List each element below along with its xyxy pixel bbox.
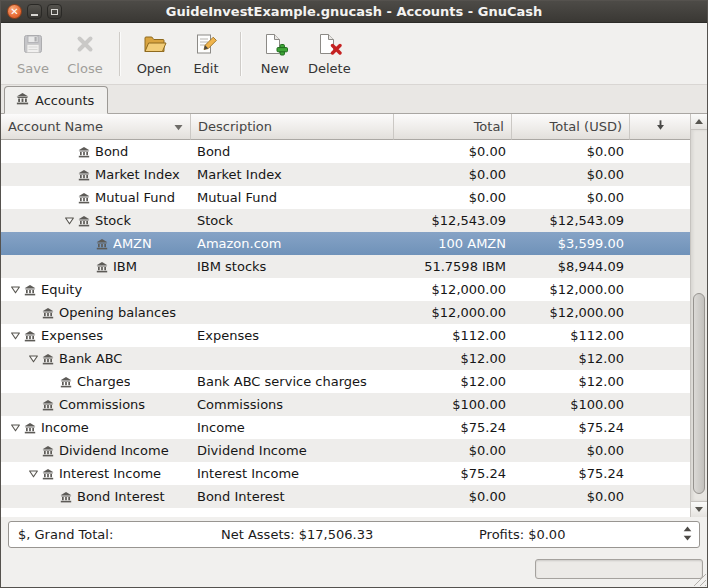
window-maximize-button[interactable] <box>47 4 62 19</box>
sort-indicator-icon <box>174 119 183 134</box>
column-header-account-name[interactable]: Account Name <box>1 114 191 140</box>
total-cell: $0.00 <box>394 144 512 159</box>
total-usd-cell: $12.00 <box>512 351 630 366</box>
account-row-bond[interactable]: Bond Bond $0.00 $0.00 <box>1 140 690 163</box>
account-name-cell: Mutual Fund <box>1 190 191 205</box>
account-row-charges[interactable]: Charges Bank ABC service charges $12.00 … <box>1 370 690 393</box>
tree-indent <box>1 381 43 382</box>
account-row-bank-abc[interactable]: Bank ABC $12.00 $12.00 <box>1 347 690 370</box>
save-button[interactable]: Save <box>7 27 59 80</box>
scrollbar-thumb[interactable] <box>693 293 705 493</box>
window-close-button[interactable]: ✕ <box>7 4 22 19</box>
total-cell: $0.00 <box>394 167 512 182</box>
new-button[interactable]: New <box>249 27 301 80</box>
account-name-cell: Charges <box>1 374 191 389</box>
account-row-commissions[interactable]: Commissions Commissions $100.00 $100.00 <box>1 393 690 416</box>
description-cell: Stock <box>191 213 394 228</box>
description-cell: Bond Interest <box>191 489 394 504</box>
total-cell: $0.00 <box>394 489 512 504</box>
total-usd-cell: $12,000.00 <box>512 305 630 320</box>
total-cell: $75.24 <box>394 466 512 481</box>
account-name-text: Stock <box>95 213 131 228</box>
column-header-total-usd[interactable]: Total (USD) <box>512 114 630 140</box>
tree-indent <box>1 496 43 497</box>
bank-icon <box>96 261 108 273</box>
delete-button-label: Delete <box>308 61 351 76</box>
account-name-cell: IBM <box>1 259 191 274</box>
total-cell: 100 AMZN <box>394 236 512 251</box>
scroll-down-button[interactable] <box>691 501 707 517</box>
save-icon <box>21 32 45 59</box>
expander-icon[interactable] <box>7 422 24 433</box>
progress-bar <box>535 559 703 579</box>
account-row-interest-income[interactable]: Interest Income Interest Income $75.24 $… <box>1 462 690 485</box>
total-cell: $0.00 <box>394 443 512 458</box>
account-row-market-index[interactable]: Market Index Market Index $0.00 $0.00 <box>1 163 690 186</box>
description-cell: Dividend Income <box>191 443 394 458</box>
column-chooser-button[interactable] <box>630 114 690 140</box>
total-usd-cell: $12,000.00 <box>512 282 630 297</box>
account-name-text: Commissions <box>59 397 145 412</box>
account-row-amzn[interactable]: AMZN Amazon.com 100 AMZN $3,599.00 <box>1 232 690 255</box>
tree-indent <box>1 174 61 175</box>
account-row-equity[interactable]: Equity $12,000.00 $12,000.00 <box>1 278 690 301</box>
bank-icon <box>24 422 36 434</box>
window-minimize-button[interactable] <box>27 4 42 19</box>
titlebar[interactable]: ✕ GuideInvestExample.gnucash - Accounts … <box>1 1 707 23</box>
tab-accounts[interactable]: Accounts <box>4 86 108 114</box>
account-row-ibm[interactable]: IBM IBM stocks 51.7598 IBM $8,944.09 <box>1 255 690 278</box>
close-tab-button[interactable]: Close <box>59 27 111 80</box>
toolbar-separator <box>119 32 120 76</box>
total-usd-cell: $112.00 <box>512 328 630 343</box>
description-cell: IBM stocks <box>191 259 394 274</box>
vertical-scrollbar[interactable] <box>690 114 707 517</box>
account-row-dividend-income[interactable]: Dividend Income Dividend Income $0.00 $0… <box>1 439 690 462</box>
expander-icon[interactable] <box>25 468 42 479</box>
account-name-text: Mutual Fund <box>95 190 175 205</box>
tree-indent <box>1 197 61 198</box>
total-cell: $12,000.00 <box>394 282 512 297</box>
account-name-text: Market Index <box>95 167 180 182</box>
open-button[interactable]: Open <box>128 27 180 80</box>
total-cell: $100.00 <box>394 397 512 412</box>
total-usd-cell: $0.00 <box>512 167 630 182</box>
scrollbar-track[interactable] <box>691 130 707 501</box>
account-name-cell: AMZN <box>1 236 191 251</box>
total-usd-cell: $12.00 <box>512 374 630 389</box>
gnucash-window: ✕ GuideInvestExample.gnucash - Accounts … <box>0 0 708 588</box>
expander-icon[interactable] <box>7 330 24 341</box>
column-header-description[interactable]: Description <box>191 114 394 140</box>
account-row-mutual-fund[interactable]: Mutual Fund Mutual Fund $0.00 $0.00 <box>1 186 690 209</box>
status-bar <box>1 548 707 587</box>
account-name-cell: Interest Income <box>1 466 191 481</box>
expander-icon[interactable] <box>7 284 24 295</box>
tree-indent <box>1 473 25 474</box>
account-row-bond-interest[interactable]: Bond Interest Bond Interest $0.00 $0.00 <box>1 485 690 508</box>
account-row-stock[interactable]: Stock Stock $12,543.09 $12,543.09 <box>1 209 690 232</box>
account-name-cell: Market Index <box>1 167 191 182</box>
summary-dropdown-button[interactable] <box>678 524 697 545</box>
tree-indent <box>1 220 61 221</box>
tree-indent <box>1 358 25 359</box>
delete-button[interactable]: Delete <box>301 27 358 80</box>
bank-icon <box>78 146 90 158</box>
account-row-opening-balances[interactable]: Opening balances $12,000.00 $12,000.00 <box>1 301 690 324</box>
edit-button[interactable]: Edit <box>180 27 232 80</box>
tree-indent <box>1 312 25 313</box>
maximize-icon <box>51 9 58 15</box>
bank-icon <box>78 192 90 204</box>
scroll-up-button[interactable] <box>691 114 707 130</box>
tree-indent <box>1 450 25 451</box>
expander-icon[interactable] <box>25 353 42 364</box>
save-button-label: Save <box>17 61 49 76</box>
account-row-expenses[interactable]: Expenses Expenses $112.00 $112.00 <box>1 324 690 347</box>
summary-bar-combobox[interactable]: $, Grand Total: Net Assets: $17,506.33 P… <box>8 521 700 548</box>
column-header-total[interactable]: Total <box>394 114 512 140</box>
account-name-text: Bond <box>95 144 128 159</box>
expander-icon[interactable] <box>61 215 78 226</box>
total-usd-cell: $75.24 <box>512 466 630 481</box>
bank-icon <box>42 468 54 480</box>
account-row-income[interactable]: Income Income $75.24 $75.24 <box>1 416 690 439</box>
net-assets-value: Net Assets: $17,506.33 <box>221 527 479 542</box>
open-button-label: Open <box>137 61 172 76</box>
